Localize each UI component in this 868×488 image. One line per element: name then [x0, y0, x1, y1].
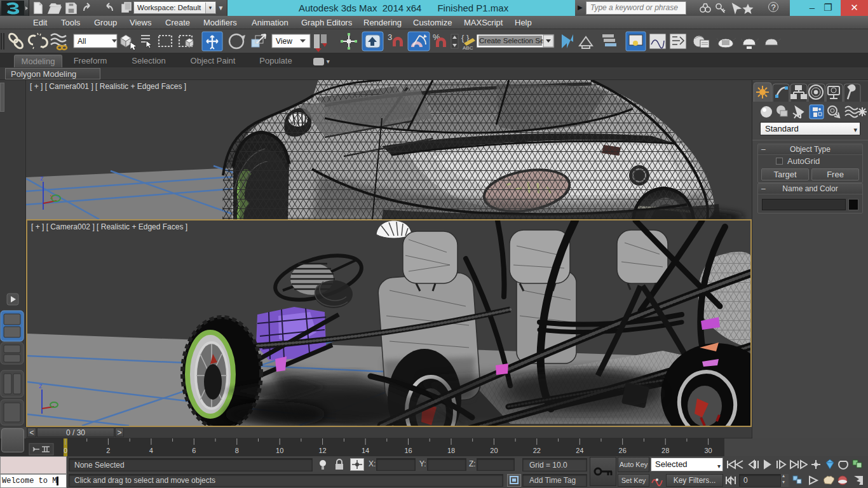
svg-text:10: 10: [276, 447, 283, 454]
svg-text:ABC: ABC: [463, 45, 473, 51]
svg-text:16: 16: [404, 447, 412, 454]
svg-text:4: 4: [149, 447, 153, 454]
svg-text:14: 14: [362, 447, 369, 454]
svg-text:[ + ] [ Camera001 ] [ Realisti: [ + ] [ Camera001 ] [ Realistic + Edged …: [30, 82, 186, 91]
svg-text:0: 0: [64, 447, 67, 454]
svg-text:26: 26: [619, 447, 627, 454]
svg-text:All: All: [78, 37, 86, 46]
svg-text:12: 12: [318, 447, 326, 454]
svg-text:2: 2: [106, 447, 110, 454]
svg-text:3: 3: [388, 32, 392, 42]
svg-text:24: 24: [576, 447, 583, 454]
svg-text:30: 30: [704, 447, 712, 454]
svg-text:Create Selection Se: Create Selection Se: [479, 37, 544, 44]
svg-text:20: 20: [490, 447, 498, 454]
svg-text:22: 22: [533, 447, 541, 454]
svg-text:28: 28: [661, 447, 669, 454]
svg-text:18: 18: [447, 447, 455, 454]
svg-text:View: View: [276, 37, 292, 46]
svg-text:8: 8: [235, 447, 239, 454]
svg-text:6: 6: [192, 447, 196, 454]
svg-text:z: z: [39, 382, 43, 390]
svg-text:[ + ] [ Camera002 ] [ Realisti: [ + ] [ Camera002 ] [ Realistic + Edged …: [31, 222, 187, 231]
svg-text:z: z: [40, 174, 44, 182]
